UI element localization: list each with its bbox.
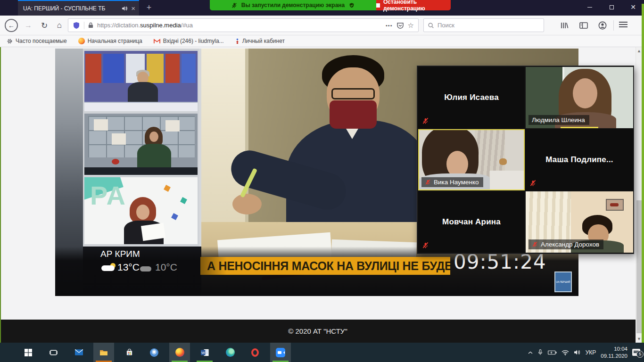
microsoft-store-icon	[126, 349, 133, 356]
conference-panel: Юлия Исаева Людмила Шлеина	[417, 66, 634, 254]
battery-icon[interactable]	[548, 350, 557, 355]
participant-tile[interactable]: Александр Дорохов	[526, 191, 633, 253]
task-view-button[interactable]	[43, 343, 64, 362]
participant-name: Вика Науменко	[434, 179, 479, 186]
participant-name: Людмила Шлеина	[532, 116, 585, 123]
bookmark-star-icon[interactable]	[408, 21, 414, 30]
action-center-icon[interactable]: 5	[632, 349, 640, 356]
bookmarks-bar: Часто посещаемые Начальная страница Вхід…	[0, 35, 644, 47]
doorway	[201, 49, 248, 247]
page-scrollbar[interactable]	[636, 47, 642, 343]
search-input[interactable]	[438, 22, 527, 29]
channel-logo: UA:ПЕРШИЙ	[554, 272, 572, 292]
tab-audio-icon[interactable]	[122, 6, 128, 11]
volume-icon[interactable]	[574, 349, 581, 355]
participant-name: Юлия Исаева	[444, 93, 499, 102]
home-button[interactable]	[53, 19, 66, 32]
search-icon	[428, 22, 434, 29]
participant-tile[interactable]: Мовчан Арина	[418, 191, 525, 253]
screenshare-status: Вы запустили демонстрацию экрана	[210, 0, 376, 10]
bookmark-personal-account[interactable]: Личный кабинет	[235, 38, 285, 44]
minimize-button[interactable]	[579, 0, 601, 14]
participant-tile[interactable]: Юлия Исаева	[418, 67, 525, 128]
participant-tile[interactable]: Маша Подлипе...	[526, 129, 633, 190]
writer-glasses	[331, 88, 375, 99]
night-cloud-icon	[140, 266, 151, 272]
maximize-button[interactable]	[601, 0, 622, 14]
taskbar-firefox[interactable]	[169, 343, 190, 362]
account-icon[interactable]	[597, 20, 608, 31]
url-bar[interactable]: https://dictation.suspilne.media/#ua	[68, 18, 419, 32]
forward-button[interactable]	[22, 19, 35, 32]
bookmark-inbox[interactable]: Вхідні (246) - liudmyla...	[154, 38, 224, 44]
taskbar-zoom[interactable]	[270, 343, 291, 362]
news-ticker: А НЕНОСІННЯ МАСОК НА ВУЛИЦІ НЕ БУДЕ – МА…	[200, 257, 450, 275]
day-cloud-icon	[101, 265, 115, 271]
tracking-protection-shield-icon[interactable]	[73, 22, 80, 29]
script-papers	[141, 223, 165, 241]
back-button[interactable]	[5, 19, 18, 32]
url-scheme: https://dictation.	[97, 22, 140, 29]
mic-muted-icon	[422, 242, 429, 249]
search-box[interactable]	[423, 18, 544, 32]
wifi-icon[interactable]	[561, 350, 569, 355]
taskbar-mail[interactable]	[68, 343, 89, 362]
reload-button[interactable]	[38, 19, 51, 32]
scrollbar-thumb[interactable]	[636, 200, 642, 333]
screenshare-border-left	[0, 47, 1, 343]
day-temperature: 13°C	[117, 262, 140, 273]
stop-share-label: Остановить демонстрацию	[383, 0, 451, 12]
presenter-face	[136, 205, 149, 220]
person-icon	[235, 38, 239, 44]
screenshare-message: Вы запустили демонстрацию экрана	[241, 2, 345, 8]
mic-muted-icon	[422, 117, 429, 124]
taskbar-opera[interactable]	[245, 343, 265, 362]
pocket-icon[interactable]	[396, 22, 404, 29]
url-value[interactable]: https://dictation.suspilne.media/#ua	[97, 22, 193, 29]
browser-toolbar: https://dictation.suspilne.media/#ua	[0, 16, 644, 35]
browser-tab[interactable]: UA: ПЕРШИЙ - СУСПІЛЬНЕ ТБ	[18, 0, 139, 16]
tray-microphone-icon[interactable]	[537, 349, 543, 356]
menu-icon[interactable]	[619, 22, 627, 27]
tray-clock[interactable]: 10:04 09.11.2020	[601, 346, 627, 360]
host-dress	[137, 144, 171, 168]
library-icon[interactable]	[559, 20, 570, 31]
weather-region: АР КРИМ	[100, 249, 140, 259]
taskbar-file-explorer[interactable]	[93, 343, 114, 362]
tray-time: 10:04	[601, 346, 627, 353]
speaking-indicator	[561, 127, 598, 128]
toolbar-divider	[613, 20, 614, 31]
file-explorer-icon	[99, 349, 108, 356]
taskbar-store[interactable]	[119, 343, 140, 362]
sidebar-toggle-icon[interactable]	[578, 20, 589, 31]
stop-share-button[interactable]: Остановить демонстрацию	[376, 0, 451, 10]
participant-tile-active[interactable]: Вика Науменко	[418, 129, 525, 190]
mail-icon	[75, 349, 83, 355]
participant-name-label: Вика Науменко	[421, 177, 483, 187]
opera-icon	[251, 348, 259, 357]
taskbar-word[interactable]: W	[194, 343, 215, 362]
bookmark-start-page[interactable]: Начальная страница	[78, 38, 142, 44]
start-button[interactable]	[18, 343, 39, 362]
screenshare-banner: Вы запустили демонстрацию экрана Останов…	[210, 0, 451, 10]
bookmark-label: Личный кабинет	[242, 38, 285, 44]
lock-icon[interactable]	[88, 22, 93, 28]
writer-hand	[232, 194, 262, 214]
zoom-icon	[276, 348, 285, 357]
close-button[interactable]	[622, 0, 644, 14]
tab-close-icon[interactable]	[131, 5, 135, 12]
taskbar-chromium[interactable]	[144, 343, 165, 362]
bookmark-frequent[interactable]: Часто посещаемые	[7, 38, 67, 44]
participant-tile[interactable]: Людмила Шлеина	[526, 67, 633, 128]
page-actions-icon[interactable]	[386, 23, 393, 28]
url-path: /#ua	[181, 22, 193, 29]
bookmark-label: Часто посещаемые	[16, 38, 67, 44]
shield-check-icon[interactable]	[349, 2, 355, 8]
browser-titlebar: UA: ПЕРШИЙ - СУСПІЛЬНЕ ТБ + Вы запустили…	[0, 0, 644, 16]
taskbar-edge[interactable]	[220, 343, 240, 362]
new-tab-button[interactable]: +	[143, 2, 155, 14]
studio-shot-news-anchor	[84, 51, 198, 111]
mic-muted-icon	[425, 179, 431, 185]
language-indicator[interactable]: УКР	[586, 349, 596, 356]
tray-expand-chevron-icon[interactable]	[528, 351, 533, 354]
